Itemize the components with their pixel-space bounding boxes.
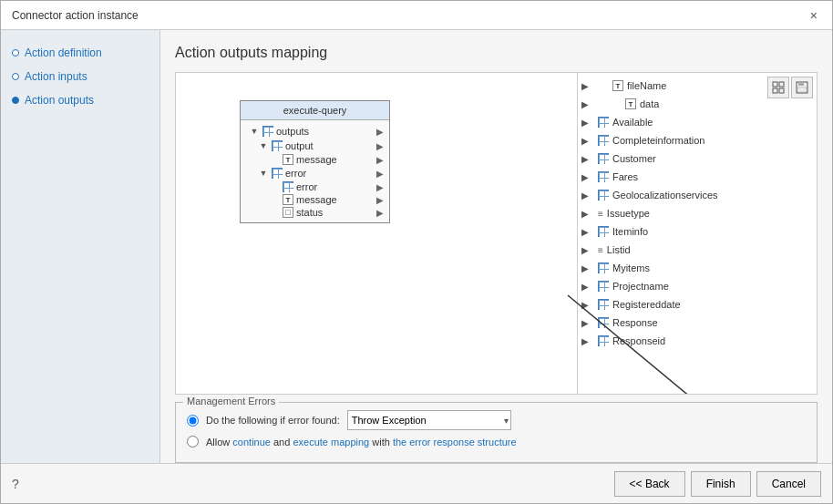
grid-icon: [272, 140, 283, 151]
radio2-label[interactable]: Allow continue and execute mapping with …: [206, 437, 517, 447]
svg-rect-2: [773, 88, 777, 93]
error-action-radio1[interactable]: [187, 415, 199, 427]
title-bar: Connector action instance ×: [1, 1, 832, 30]
footer-buttons: << Back Finish Cancel: [614, 471, 821, 497]
sidebar: Action definition Action inputs Action o…: [1, 30, 160, 463]
arrow-in-icon: ▶: [581, 209, 591, 219]
execute-query-node: execute-query ▼ outputs ▶: [240, 100, 390, 223]
bullet-icon: [12, 49, 19, 57]
tree-item: ▼ error ▶: [241, 166, 389, 180]
layout-icon-button[interactable]: [767, 77, 789, 98]
item-label: data: [640, 98, 659, 109]
throw-exception-dropdown-wrapper: Throw Exception Log Error Continue ▾: [347, 410, 511, 430]
error-action-radio2[interactable]: [187, 436, 199, 447]
close-button[interactable]: ×: [807, 7, 821, 24]
grid-icon: [598, 153, 609, 164]
grid-icon: [598, 135, 609, 146]
grid-icon: [598, 299, 609, 310]
radio-row-1: Do the following if error found: Throw E…: [187, 410, 806, 430]
right-item: ▶ Completeinformation: [578, 131, 817, 149]
tree-label: status: [296, 207, 323, 218]
arrow-in-icon: ▶: [581, 336, 591, 346]
right-item: ▶ Response: [578, 314, 817, 332]
item-label: Fares: [612, 171, 638, 182]
tree-item: T message ▶: [241, 153, 389, 166]
throw-exception-dropdown[interactable]: Throw Exception Log Error Continue: [347, 410, 511, 430]
field-icon: □: [283, 207, 293, 218]
radio2-text-blue: continue: [232, 437, 271, 447]
expand-icon: ▼: [248, 125, 261, 138]
tree-label: output: [285, 140, 314, 151]
right-item: ▶ Customer: [578, 149, 817, 168]
grid-icon: [598, 171, 609, 182]
field-icon: T: [612, 80, 623, 91]
mapping-area: execute-query ▼ outputs ▶: [175, 72, 818, 395]
radio2-text-blue3: the error response structure: [393, 437, 517, 447]
sidebar-item-action-inputs[interactable]: Action inputs: [12, 68, 149, 85]
help-icon[interactable]: ?: [12, 477, 19, 491]
footer: ? << Back Finish Cancel: [1, 463, 832, 503]
grid-icon: [598, 317, 609, 328]
radio2-text-part2: and: [271, 437, 293, 447]
svg-rect-5: [798, 82, 804, 86]
tree-item: ▼ outputs ▶: [241, 124, 389, 139]
sidebar-item-action-definition[interactable]: Action definition: [12, 45, 149, 61]
arrow-right-icon: ▶: [376, 141, 384, 151]
radio2-text-blue2: execute mapping: [293, 437, 369, 447]
arrow-right-icon: ▶: [376, 208, 384, 218]
arrow-right-icon: ▶: [376, 155, 384, 165]
arrow-in-icon: ▶: [581, 282, 591, 292]
svg-rect-0: [773, 82, 777, 87]
item-label: Completeinformation: [612, 135, 705, 146]
tree-label: message: [296, 154, 337, 165]
arrow-in-icon: ▶: [581, 190, 591, 201]
right-panel[interactable]: ▶ T fileName ▶ T data ▶: [578, 73, 817, 394]
arrow-in-icon: ▶: [581, 300, 591, 310]
item-label: Projectname: [612, 281, 669, 292]
item-label: Myitems: [612, 262, 650, 273]
arrow-right-icon: ▶: [376, 127, 384, 137]
svg-rect-6: [797, 87, 807, 92]
arrow-right-icon: ▶: [376, 182, 384, 192]
node-title: execute-query: [241, 101, 389, 120]
list-icon: ≡: [598, 245, 603, 255]
panel-title: Action outputs mapping: [175, 45, 818, 61]
arrow-in-icon: ▶: [581, 227, 591, 237]
field-icon: T: [283, 154, 293, 165]
radio1-label[interactable]: Do the following if error found:: [206, 415, 340, 426]
right-item: ▶ Available: [578, 113, 817, 131]
radio2-text-part1: Allow: [206, 437, 232, 447]
arrow-in-icon: ▶: [581, 172, 591, 182]
right-item: ▶ Responseid: [578, 332, 817, 350]
tree-item: ▼ output ▶: [241, 139, 389, 153]
sidebar-item-action-outputs[interactable]: Action outputs: [12, 92, 149, 108]
dialog-title: Connector action instance: [12, 9, 139, 22]
item-label: Available: [612, 117, 653, 128]
save-icon-button[interactable]: [791, 77, 813, 98]
grid-icon: [272, 168, 283, 179]
cancel-button[interactable]: Cancel: [756, 471, 821, 497]
field-icon: T: [625, 98, 636, 109]
tree-item: □ status ▶: [241, 206, 389, 219]
grid-icon: [598, 190, 609, 201]
tree-label: error: [285, 168, 306, 179]
list-icon: ≡: [598, 209, 603, 219]
management-errors-legend: Management Errors: [183, 396, 279, 406]
arrow-in-icon: ▶: [581, 118, 591, 128]
dialog: Connector action instance × Action defin…: [0, 0, 833, 504]
content-area: Action definition Action inputs Action o…: [1, 30, 832, 463]
sidebar-item-label: Action definition: [25, 46, 102, 59]
toolbar-icons: [767, 77, 813, 98]
grid-icon: [598, 262, 609, 273]
arrow-in-icon: ▶: [581, 318, 591, 328]
back-button[interactable]: << Back: [614, 471, 685, 497]
finish-button[interactable]: Finish: [691, 471, 751, 497]
arrow-in-icon: ▶: [581, 81, 591, 91]
right-item: ▶ Geolocalizationservices: [578, 186, 817, 204]
tree-item: T message ▶: [241, 193, 389, 206]
arrow-in-icon: ▶: [581, 263, 591, 273]
field-icon: T: [283, 194, 293, 205]
bullet-icon: [12, 73, 19, 80]
item-label: Geolocalizationservices: [612, 190, 718, 201]
item-label: Response: [612, 317, 658, 328]
